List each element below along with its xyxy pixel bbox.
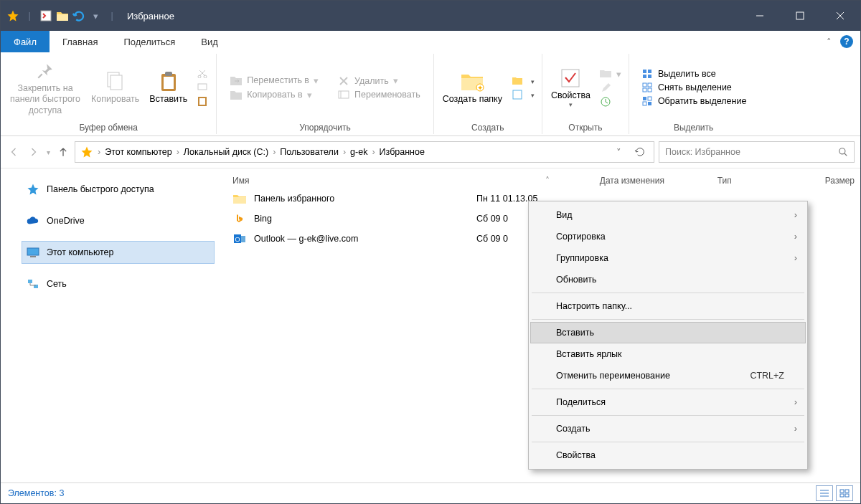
copy-button[interactable]: Копировать <box>87 67 144 108</box>
tab-home[interactable]: Главная <box>50 31 110 52</box>
details-view-button[interactable] <box>816 485 833 501</box>
svg-rect-7 <box>110 75 122 90</box>
maximize-button[interactable] <box>780 1 820 31</box>
properties-icon[interactable] <box>38 8 54 24</box>
copy-path-button[interactable] <box>193 81 212 92</box>
move-icon <box>230 75 243 85</box>
icons-view-button[interactable] <box>836 485 853 501</box>
help-icon[interactable]: ? <box>840 35 853 48</box>
up-button[interactable] <box>56 145 70 159</box>
sidebar-item-onedrive[interactable]: OneDrive <box>22 210 214 232</box>
menu-paste[interactable]: Вставить <box>530 322 806 343</box>
cut-button[interactable] <box>193 67 212 79</box>
minimize-button[interactable] <box>740 1 780 31</box>
col-size[interactable]: Размер <box>825 176 855 186</box>
open-button[interactable]: ▾ <box>596 68 624 80</box>
breadcrumb-fav[interactable]: Избранное <box>377 147 427 157</box>
menu-share[interactable]: Поделиться› <box>530 391 806 413</box>
group-label: Выделить <box>634 121 753 134</box>
svg-rect-34 <box>648 97 651 100</box>
menu-view[interactable]: Вид› <box>530 204 806 226</box>
menu-customize-folder[interactable]: Настроить папку... <box>530 295 806 317</box>
context-menu: Вид› Сортировка› Группировка› Обновить Н… <box>528 201 808 470</box>
easy-access-button[interactable] <box>508 89 537 100</box>
breadcrumb-pc[interactable]: Этот компьютер› <box>103 147 182 157</box>
svg-rect-9 <box>164 77 174 89</box>
menu-paste-shortcut[interactable]: Вставить ярлык <box>530 343 806 365</box>
paste-shortcut-button[interactable] <box>193 95 212 108</box>
svg-line-38 <box>844 153 847 156</box>
rename-icon <box>337 90 350 99</box>
col-name[interactable]: Имя <box>232 176 476 186</box>
svg-text:✦: ✦ <box>477 84 483 92</box>
col-type[interactable]: Тип <box>718 176 825 186</box>
sidebar-item-quick-access[interactable]: Панель быстрого доступа <box>22 179 214 200</box>
svg-rect-15 <box>199 98 205 105</box>
svg-rect-35 <box>643 102 646 105</box>
svg-rect-32 <box>648 88 651 92</box>
new-item-button[interactable] <box>508 75 537 87</box>
svg-rect-2 <box>796 12 804 19</box>
sidebar-item-network[interactable]: Сеть <box>22 273 214 295</box>
tab-view[interactable]: Вид <box>188 31 231 52</box>
svg-rect-51 <box>845 490 849 493</box>
outlook-icon: O <box>232 233 247 244</box>
new-item-icon <box>511 77 524 85</box>
breadcrumb-users[interactable]: Пользователи› <box>278 147 348 157</box>
history-button[interactable] <box>596 96 624 108</box>
menu-undo-rename[interactable]: Отменить переименованиеCTRL+Z <box>530 365 806 386</box>
menu-group[interactable]: Группировка› <box>530 247 806 269</box>
search-box[interactable]: Поиск: Избранное <box>659 141 855 163</box>
select-none-button[interactable]: Снять выделение <box>638 82 749 93</box>
address-dropdown[interactable]: ˅ <box>608 142 629 162</box>
svg-text:O: O <box>235 236 240 243</box>
pin-icon <box>36 59 55 83</box>
invert-selection-button[interactable]: Обратить выделение <box>638 95 749 107</box>
sidebar-item-this-pc[interactable]: Этот компьютер <box>22 242 214 263</box>
delete-button[interactable]: Удалить ▾ <box>334 75 423 87</box>
search-placeholder: Поиск: Избранное <box>665 147 838 157</box>
recent-dropdown[interactable]: ▾ <box>47 148 50 156</box>
menu-sort[interactable]: Сортировка› <box>530 226 806 247</box>
paste-button[interactable]: Вставить <box>145 67 192 108</box>
select-all-button[interactable]: Выделить все <box>638 68 749 80</box>
window-title: Избранное <box>120 11 740 22</box>
menu-separator <box>532 293 804 293</box>
folder-icon[interactable] <box>55 8 70 24</box>
tab-file[interactable]: Файл <box>1 31 50 52</box>
breadcrumb-user[interactable]: g-ek› <box>348 147 377 157</box>
props-label: Свойства <box>551 90 591 102</box>
new-folder-button[interactable]: ✦ Создать папку <box>438 67 507 108</box>
item-count: Элементов: 3 <box>8 488 64 498</box>
qat-dropdown-icon[interactable]: ▾ <box>88 8 103 24</box>
address-bar[interactable]: › Этот компьютер› Локальный диск (C:)› П… <box>75 141 654 163</box>
edit-button[interactable] <box>596 82 624 94</box>
svg-rect-10 <box>165 72 172 76</box>
pin-quick-access-button[interactable]: Закрепить на панели быстрого доступа <box>5 56 85 120</box>
menu-separator <box>532 415 804 416</box>
properties-button[interactable]: Свойства ▾ <box>547 63 595 113</box>
breadcrumb-root[interactable]: › <box>78 146 103 158</box>
move-to-button[interactable]: Переместить в ▾ <box>227 75 321 87</box>
close-button[interactable] <box>820 1 860 31</box>
menu-refresh[interactable]: Обновить <box>530 269 806 290</box>
collapse-ribbon-icon[interactable]: ˄ <box>827 37 832 47</box>
refresh-button[interactable] <box>629 142 651 162</box>
menu-properties[interactable]: Свойства <box>530 444 806 466</box>
star-icon[interactable] <box>5 8 21 24</box>
svg-rect-28 <box>648 75 651 78</box>
tab-share[interactable]: Поделиться <box>110 31 188 52</box>
undo-icon[interactable] <box>71 8 87 24</box>
menu-new[interactable]: Создать› <box>530 418 806 439</box>
back-button[interactable] <box>6 145 21 159</box>
col-date[interactable]: Дата изменения <box>600 176 718 186</box>
folder-new-icon: ✦ <box>460 70 484 94</box>
group-new: ✦ Создать папку Создать <box>434 54 542 134</box>
forward-button[interactable] <box>27 145 41 159</box>
svg-line-5 <box>38 74 42 77</box>
cut-icon <box>196 68 209 78</box>
copy-to-button[interactable]: Копировать в ▾ <box>227 89 321 101</box>
breadcrumb-disk[interactable]: Локальный диск (C:)› <box>182 147 278 157</box>
group-select: Выделить все Снять выделение Обратить вы… <box>629 54 758 134</box>
rename-button[interactable]: Переименовать <box>334 89 423 100</box>
